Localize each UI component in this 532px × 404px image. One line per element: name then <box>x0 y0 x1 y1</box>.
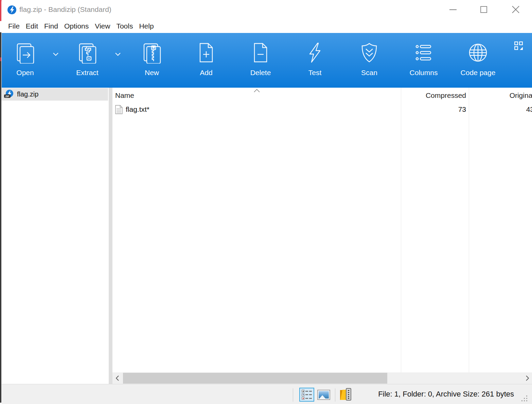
extract-button[interactable]: Extract <box>69 42 106 77</box>
zip-archive-icon: ZIP <box>4 89 14 99</box>
file-row-flag-txt[interactable]: flag.txt* 73 43 <box>112 103 532 116</box>
title-bar: flag.zip - Bandizip (Standard) <box>2 0 532 19</box>
test-label: Test <box>296 69 334 77</box>
columns-label: Columns <box>405 69 442 77</box>
column-header-original[interactable]: Original <box>469 91 532 100</box>
bandizip-logo-icon <box>7 5 17 15</box>
picture-icon <box>319 391 329 399</box>
image-preview-toggle[interactable] <box>317 390 330 400</box>
archive-summary-text: File: 1, Folder: 0, Archive Size: 261 by… <box>378 390 514 399</box>
archive-tree-panel: ZIP flag.zip <box>2 88 109 384</box>
open-dropdown-chevron-icon[interactable] <box>53 52 59 56</box>
file-name: flag.txt* <box>126 105 149 113</box>
menu-edit[interactable]: Edit <box>23 21 41 32</box>
toolbar: Open Extract N <box>2 33 532 88</box>
scroll-right-icon <box>526 375 529 381</box>
column-header-name[interactable]: Name <box>112 91 401 100</box>
scan-label: Scan <box>351 69 388 77</box>
menu-find[interactable]: Find <box>41 21 61 32</box>
menu-bar: File Edit Find Options View Tools Help <box>2 19 532 33</box>
menu-options[interactable]: Options <box>61 21 92 32</box>
code-page-label: Code page <box>456 69 500 77</box>
background-artifact <box>0 32 1 403</box>
scroll-left-icon <box>116 375 119 381</box>
close-icon <box>512 6 519 13</box>
status-bar: File: 1, Folder: 0, Archive Size: 261 by… <box>2 384 532 404</box>
bandizip-window: flag.zip - Bandizip (Standard) File Edit… <box>0 0 532 404</box>
details-icon <box>303 391 304 392</box>
statusbar-separator <box>335 388 335 402</box>
maximize-button[interactable] <box>474 0 494 19</box>
file-list-panel: Name Compressed Original <box>112 88 532 372</box>
delete-label: Delete <box>242 69 279 77</box>
scan-button[interactable]: Scan <box>351 42 388 77</box>
minimize-button[interactable] <box>443 0 463 19</box>
scrollbar-thumb[interactable] <box>123 373 387 384</box>
add-button[interactable]: Add <box>188 42 225 77</box>
menu-file[interactable]: File <box>5 21 23 32</box>
extract-label: Extract <box>69 69 106 77</box>
delete-file-icon <box>250 42 271 64</box>
minimize-icon <box>449 9 457 10</box>
test-lightning-icon <box>304 42 326 64</box>
resize-grip[interactable] <box>526 400 527 401</box>
menu-tools[interactable]: Tools <box>113 21 136 32</box>
menu-view[interactable]: View <box>92 21 113 32</box>
open-label: Open <box>6 69 44 77</box>
scan-shield-icon <box>358 42 380 64</box>
code-page-button[interactable]: Code page <box>456 42 500 77</box>
scroll-left-button[interactable] <box>114 372 121 384</box>
list-header-row: Name Compressed Original <box>112 88 532 103</box>
open-folder-zip-icon[interactable] <box>339 387 353 402</box>
horizontal-scrollbar[interactable] <box>112 372 532 384</box>
panel-splitter[interactable] <box>109 88 112 384</box>
close-button[interactable] <box>506 0 526 19</box>
columns-list-icon <box>413 42 435 64</box>
sidebar-item-flag-zip[interactable]: ZIP flag.zip <box>2 88 108 101</box>
maximize-icon <box>480 6 487 13</box>
column-separator <box>401 88 401 372</box>
test-button[interactable]: Test <box>296 42 334 77</box>
extract-icon <box>76 42 98 64</box>
new-archive-icon <box>141 42 163 64</box>
extract-dropdown-chevron-icon[interactable] <box>115 52 121 56</box>
file-original-size: 43 <box>469 105 532 113</box>
text-file-icon <box>115 105 123 114</box>
add-label: Add <box>188 69 225 77</box>
menu-help[interactable]: Help <box>136 21 157 32</box>
background-artifact <box>0 57 1 61</box>
sidebar-item-label: flag.zip <box>17 90 38 98</box>
open-button[interactable]: Open <box>6 42 44 77</box>
zip-badge-text: ZIP <box>5 95 9 98</box>
columns-button[interactable]: Columns <box>405 42 442 77</box>
delete-button[interactable]: Delete <box>242 42 279 77</box>
customize-toolbar-icon[interactable] <box>514 41 523 50</box>
background-artifact <box>0 0 1 21</box>
window-title: flag.zip - Bandizip (Standard) <box>19 5 111 14</box>
add-file-icon <box>195 42 217 64</box>
new-label: New <box>133 69 171 77</box>
statusbar-separator <box>293 388 293 402</box>
column-header-compressed[interactable]: Compressed <box>401 91 469 100</box>
file-compressed-size: 73 <box>401 105 469 113</box>
code-page-globe-icon <box>467 42 489 64</box>
new-button[interactable]: New <box>133 42 171 77</box>
details-view-toggle[interactable] <box>299 388 314 402</box>
open-archive-icon <box>14 42 36 64</box>
scroll-right-button[interactable] <box>524 372 531 384</box>
column-separator <box>469 88 469 372</box>
